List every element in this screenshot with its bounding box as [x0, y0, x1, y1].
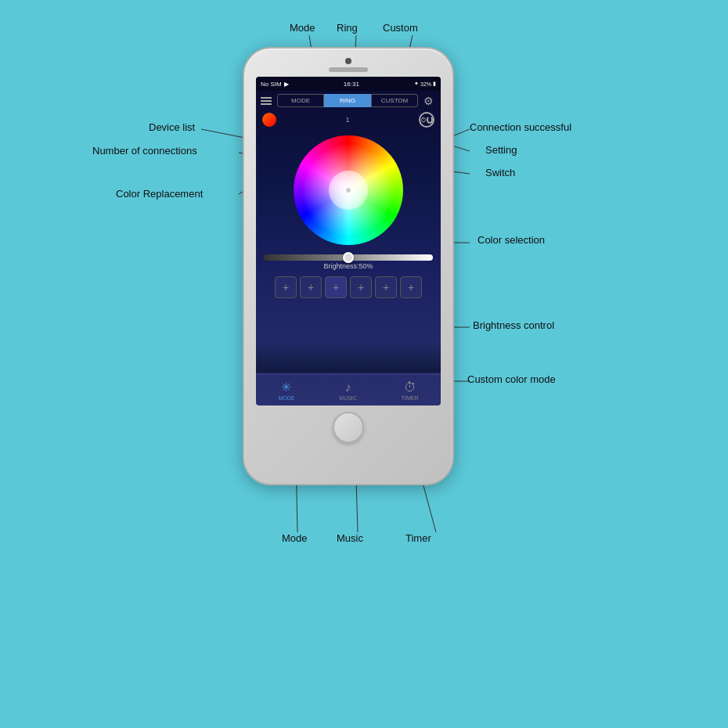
custom-color-btn-6[interactable]: + — [400, 276, 422, 298]
battery: 32% — [420, 81, 431, 87]
phone-body: No SIM ▶ 16:31 ✦ 32% ▮ MODE RING CU — [243, 47, 454, 485]
mode-nav-icon: ✳ — [281, 380, 291, 395]
timer-nav-label: TIMER — [402, 395, 419, 401]
phone-screen: No SIM ▶ 16:31 ✦ 32% ▮ MODE RING CU — [256, 77, 441, 405]
carrier: No SIM — [261, 81, 282, 88]
label-custom: Custom — [383, 22, 418, 34]
label-ring: Ring — [337, 22, 358, 34]
status-left: No SIM ▶ — [261, 81, 289, 88]
bluetooth-icon: ✦ — [414, 81, 419, 87]
brightness-section: Brightness:50% — [256, 251, 441, 273]
bottom-nav: ✳ MODE ♪ MUSIC ⏱ TIMER — [256, 374, 441, 405]
phone-bottom — [333, 405, 364, 449]
custom-colors: + + + + + + — [256, 273, 441, 301]
home-button[interactable] — [333, 412, 364, 443]
brightness-slider[interactable] — [264, 254, 433, 261]
label-brightness-control: Brightness control — [473, 319, 554, 331]
music-nav-icon: ♪ — [345, 380, 351, 395]
label-device-list: Device list — [149, 121, 195, 133]
battery-icon: ▮ — [433, 81, 436, 87]
tab-custom[interactable]: CUSTOM — [371, 94, 418, 107]
custom-color-btn-4[interactable]: + — [350, 276, 372, 298]
custom-color-btn-2[interactable]: + — [300, 276, 322, 298]
status-bar: No SIM ▶ 16:31 ✦ 32% ▮ — [256, 77, 441, 91]
label-color-replacement: Color Replacement — [116, 188, 203, 200]
time: 16:31 — [344, 81, 359, 88]
bottom-nav-timer[interactable]: ⏱ TIMER — [402, 380, 419, 401]
color-wheel[interactable] — [294, 135, 403, 245]
brightness-label: Brightness:50% — [264, 262, 433, 270]
color-row: 1 — [256, 110, 441, 129]
bottom-nav-music[interactable]: ♪ MUSIC — [339, 380, 357, 401]
label-mode: Mode — [290, 22, 315, 34]
label-music-bottom: Music — [337, 532, 363, 544]
color-wheel-container — [256, 129, 441, 251]
label-number-connections: Number of connections — [92, 145, 197, 157]
tab-group: MODE RING CUSTOM — [277, 94, 418, 107]
label-setting: Setting — [485, 144, 517, 156]
music-nav-label: MUSIC — [339, 395, 357, 401]
custom-color-btn-1[interactable]: + — [275, 276, 297, 298]
color-replacement-swatch[interactable] — [262, 113, 276, 127]
tab-mode[interactable]: MODE — [277, 94, 324, 107]
label-timer-bottom: Timer — [405, 532, 431, 544]
mode-nav-label: MODE — [278, 395, 294, 401]
signal-icon: ▶ — [284, 81, 289, 88]
custom-color-btn-5[interactable]: + — [375, 276, 397, 298]
label-color-selection: Color selection — [478, 234, 545, 246]
hamburger-menu[interactable] — [261, 97, 272, 105]
label-mode-bottom: Mode — [282, 532, 308, 544]
label-connection-successful: Connection successful — [470, 121, 571, 133]
connection-count: 1 — [345, 116, 349, 124]
bottom-nav-mode[interactable]: ✳ MODE — [278, 380, 294, 401]
front-camera — [345, 58, 351, 64]
label-custom-color-mode: Custom color mode — [467, 373, 556, 385]
slider-thumb — [343, 252, 354, 263]
phone: No SIM ▶ 16:31 ✦ 32% ▮ MODE RING CU — [243, 47, 454, 485]
power-switch[interactable] — [419, 112, 434, 128]
tab-ring[interactable]: RING — [324, 94, 371, 107]
wheel-center-dot — [344, 186, 352, 194]
phone-top — [244, 49, 452, 77]
nav-tabs: MODE RING CUSTOM ⚙ — [256, 91, 441, 110]
timer-nav-icon: ⏱ — [404, 380, 416, 395]
speaker — [329, 67, 368, 72]
label-switch: Switch — [485, 167, 515, 178]
status-right: ✦ 32% ▮ — [414, 81, 436, 87]
gear-icon[interactable]: ⚙ — [423, 95, 436, 107]
custom-color-btn-3[interactable]: + — [325, 276, 347, 298]
